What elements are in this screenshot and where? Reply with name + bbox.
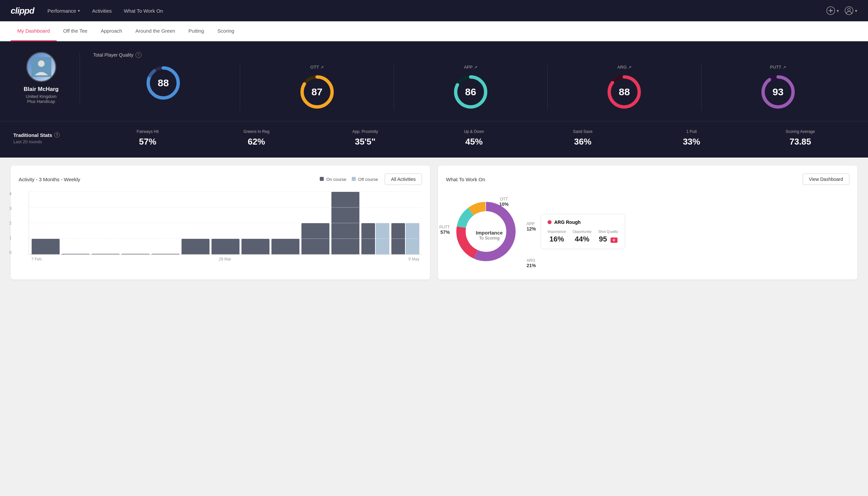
trend-up-icon: ↗ [320,65,324,69]
trend-up-icon-arg: ↗ [628,65,632,69]
bar-on-course [271,239,299,254]
bar-on-course [122,254,149,254]
player-name: Blair McHarg [23,86,59,93]
app-annotation: APP 12% [526,221,536,232]
bar-on-course [241,239,269,254]
stat-sand-save: Sand Save 36% [528,129,637,147]
all-activities-button[interactable]: All Activities [385,173,422,185]
bar-chart-inner [29,191,422,255]
putt-annotation: PUTT 57% [439,225,449,235]
bar-week-8 [241,239,269,254]
trad-help-icon[interactable]: ? [54,132,60,138]
sub-navigation: My Dashboard Off the Tee Approach Around… [0,21,868,41]
stat-greens-in-reg: Greens In Reg 62% [202,129,311,147]
svg-point-4 [848,8,850,11]
trend-up-icon-putt: ↗ [783,65,786,69]
view-dashboard-button[interactable]: View Dashboard [803,173,849,185]
donut-center-main: Importance [476,230,503,235]
bar-week-7 [211,239,239,254]
top-navigation: clippd Performance ▾ Activities What To … [0,0,868,21]
bar-on-course [32,239,60,254]
wtwon-header: What To Work On View Dashboard [446,173,849,185]
score-overall: 88 [93,65,240,110]
wtwon-donut-container: OTT 10% APP 12% ARG 21% PUTT [446,191,533,272]
donut-center: Importance To Scoring [476,230,503,241]
app-label: APP ↗ [464,65,477,69]
off-course-dot [352,177,356,181]
nav-performance[interactable]: Performance ▾ [48,8,80,14]
chevron-down-icon-add: ▾ [837,8,839,13]
svg-point-6 [38,60,45,67]
ott-donut: 87 [299,74,335,110]
trad-stats-items: Fairways Hit 57% Greens In Reg 62% App. … [80,129,855,147]
info-card-title: ARG Rough [548,219,618,225]
bar-week-12 [361,223,389,254]
activity-bar-chart: 43210 [19,191,422,265]
donut-with-annotations: OTT 10% APP 12% ARG 21% PUTT [446,191,533,272]
hero-section: Blair McHarg United Kingdom Plus Handica… [0,41,868,121]
stat-scoring-average: Scoring Average 73.85 [746,129,855,147]
bar-week-4 [122,254,149,254]
metric-shot-quality: Shot Quality 95 ▼ [598,230,618,244]
help-icon[interactable]: ? [136,52,142,58]
player-info: Blair McHarg United Kingdom Plus Handica… [13,52,80,104]
player-country: United Kingdom [26,94,57,99]
quality-scores: 88 OTT ↗ 87 [93,65,855,110]
score-putt: PUTT ↗ 93 [701,65,855,110]
tab-approach[interactable]: Approach [94,21,129,41]
bar-on-course [62,254,90,254]
tab-putting[interactable]: Putting [182,21,211,41]
donut-center-sub: To Scoring [476,235,503,241]
ott-score: 87 [312,86,322,98]
tab-off-the-tee[interactable]: Off the Tee [57,21,94,41]
info-card-dot [548,220,552,224]
trend-up-icon-app: ↗ [474,65,477,69]
bar-on-course [391,223,405,254]
bar-week-10 [301,223,329,254]
wtwon-title: What To Work On [446,176,485,182]
bar-week-2 [62,254,90,254]
nav-what-to-work-on[interactable]: What To Work On [124,8,163,14]
bar-on-course [152,254,179,254]
stat-up-down: Up & Down 45% [420,129,528,147]
metric-opportunity: Opportunity 44% [572,230,591,244]
bar-week-11 [331,192,359,254]
putt-score: 93 [772,86,784,98]
bar-on-course [301,223,329,254]
bar-week-1 [32,239,60,254]
arg-score: 88 [619,86,630,98]
app-logo[interactable]: clippd [11,6,34,16]
wtwon-donut-section: OTT 10% APP 12% ARG 21% PUTT [446,191,849,272]
bar-on-course [182,239,209,254]
trad-stats-subtitle: Last 20 rounds [13,139,69,144]
player-handicap: Plus Handicap [27,99,55,104]
app-donut: 86 [452,74,489,110]
tab-my-dashboard[interactable]: My Dashboard [11,21,57,41]
chevron-down-icon-user: ▾ [855,8,857,13]
tab-around-the-green[interactable]: Around the Green [129,21,182,41]
ott-label: OTT ↗ [311,65,324,69]
arg-label: ARG ↗ [617,65,631,69]
score-ott: OTT ↗ 87 [240,65,394,110]
add-button[interactable]: ▾ [826,6,839,15]
bar-week-5 [152,254,179,254]
user-menu-button[interactable]: ▾ [845,6,857,15]
traditional-stats-section: Traditional Stats ? Last 20 rounds Fairw… [0,121,868,158]
bar-week-9 [271,239,299,254]
metric-importance: Importance 16% [548,230,566,244]
tab-scoring[interactable]: Scoring [211,21,241,41]
bar-week-6 [182,239,209,254]
nav-right-controls: ▾ ▾ [826,6,857,15]
bottom-panels: Activity - 3 Months - Weekly On course O… [0,158,868,288]
bar-off-course [406,223,419,254]
quality-title: Total Player Quality ? [93,52,855,58]
overall-donut: 88 [145,65,182,101]
activity-chart-header: Activity - 3 Months - Weekly On course O… [19,173,422,185]
nav-links: Performance ▾ Activities What To Work On [48,8,163,14]
bar-off-course [376,223,389,254]
app-score: 86 [465,86,476,98]
nav-activities[interactable]: Activities [92,8,112,14]
y-axis-labels: 43210 [9,191,12,255]
trad-label-block: Traditional Stats ? Last 20 rounds [13,132,80,144]
putt-donut: 93 [760,74,796,110]
